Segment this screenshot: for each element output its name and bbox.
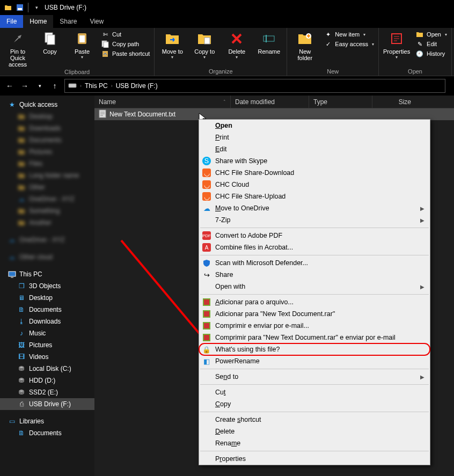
ctx-rar-addname[interactable]: Adicionar para "New Text Document.rar": [199, 308, 430, 320]
ctx-acrobat[interactable]: ACombine files in Acrobat...: [199, 241, 430, 253]
address-bar[interactable]: › This PC › USB Drive (F:): [64, 79, 445, 93]
ctx-chc-dl[interactable]: ◡CHC File Share-Download: [199, 167, 430, 179]
sidebar-item-hdd[interactable]: ⛃HDD (D:): [0, 375, 94, 386]
tab-view[interactable]: View: [83, 15, 110, 28]
tab-home[interactable]: Home: [23, 15, 53, 28]
ctx-delete[interactable]: Delete: [199, 426, 430, 437]
svg-rect-3: [47, 35, 55, 45]
pin-icon: [9, 30, 26, 47]
copy-to-button[interactable]: Copy to▾: [191, 30, 218, 60]
tab-share[interactable]: Share: [53, 15, 83, 28]
paste-icon: [74, 30, 91, 47]
sidebar-item-blurred[interactable]: ☁OneDrive - XYZ: [0, 193, 94, 205]
ctx-rar-email[interactable]: Comprimir e enviar por e-mail...: [199, 320, 430, 332]
history-icon: 🕘: [415, 49, 424, 58]
sidebar-item-localdisk[interactable]: ⛃Local Disk (C:): [0, 363, 94, 375]
new-item-button[interactable]: ✦New item: [324, 30, 374, 39]
ctx-onedrive[interactable]: ☁Move to OneDrive▶: [199, 202, 430, 214]
sidebar-item-blurred[interactable]: ☁Other cloud: [0, 251, 94, 263]
sidebar-item-ssd2[interactable]: ⛃SSD2 (E:): [0, 386, 94, 398]
svg-rect-27: [9, 272, 16, 276]
sidebar-item-downloads[interactable]: ⭳Downloads: [0, 316, 94, 327]
col-size[interactable]: Size: [372, 96, 415, 108]
ctx-rar-emailname[interactable]: Comprimir para "New Text Document.rar" e…: [199, 332, 430, 343]
rename-button[interactable]: Rename: [255, 30, 282, 55]
sidebar-quick-access[interactable]: ★Quick access: [0, 99, 94, 111]
ctx-sendto[interactable]: Send to▶: [199, 371, 430, 383]
ctx-share[interactable]: ↪Share: [199, 269, 430, 281]
ctx-powerrename[interactable]: ◧PowerRename: [199, 355, 430, 367]
ctx-copy[interactable]: Copy: [199, 398, 430, 410]
paste-button[interactable]: Paste ▾: [69, 30, 96, 60]
submenu-arrow-icon: ▶: [420, 217, 424, 223]
edit-button[interactable]: ✎Edit: [415, 40, 447, 48]
sidebar-item-blurred[interactable]: Desktop: [0, 111, 94, 122]
ctx-create-shortcut[interactable]: Create shortcut: [199, 414, 430, 426]
sidebar-item-pictures[interactable]: 🖼Pictures: [0, 339, 94, 351]
ctx-openwith[interactable]: Open with▶: [199, 281, 430, 292]
sidebar-item-blurred[interactable]: Long folder name: [0, 170, 94, 181]
forward-button[interactable]: →: [19, 82, 30, 90]
sidebar-libraries[interactable]: ▭Libraries: [0, 415, 94, 427]
ctx-rar-add[interactable]: Adicionar para o arquivo...: [199, 296, 430, 308]
sidebar-item-desktop[interactable]: 🖥Desktop: [0, 292, 94, 304]
ctx-rename[interactable]: Rename: [199, 437, 430, 449]
svg-rect-8: [102, 51, 108, 57]
file-row[interactable]: New Text Document.txt: [94, 108, 454, 120]
save-icon[interactable]: [16, 3, 24, 12]
new-folder-button[interactable]: New folder: [291, 30, 318, 61]
dropdown-icon[interactable]: ▾: [32, 3, 41, 12]
col-name[interactable]: Name˄: [94, 96, 231, 108]
open-button[interactable]: Open: [415, 30, 447, 39]
ctx-chc-up[interactable]: ◡CHC File Share-Upload: [199, 191, 430, 202]
sidebar-this-pc[interactable]: This PC: [0, 268, 94, 280]
ctx-edit[interactable]: Edit: [199, 143, 430, 155]
move-to-button[interactable]: Move to▾: [159, 30, 186, 60]
paste-shortcut-button[interactable]: Paste shortcut: [101, 49, 150, 58]
sidebar-item-videos[interactable]: 🎞Videos: [0, 351, 94, 363]
ctx-7zip[interactable]: 7-Zip▶: [199, 214, 430, 226]
back-button[interactable]: ←: [4, 82, 15, 90]
sidebar[interactable]: ★Quick access Desktop Downloads Document…: [0, 96, 94, 476]
sidebar-item-blurred[interactable]: Other: [0, 181, 94, 193]
delete-button[interactable]: Delete▾: [223, 30, 250, 60]
sidebar-item-3dobjects[interactable]: ❒3D Objects: [0, 280, 94, 292]
ctx-cut[interactable]: Cut: [199, 386, 430, 398]
ctx-adobe[interactable]: PDFConvert to Adobe PDF: [199, 230, 430, 241]
col-type[interactable]: Type: [309, 96, 372, 108]
crumb-leaf[interactable]: USB Drive (F:): [116, 82, 158, 90]
sidebar-item-blurred[interactable]: Another: [0, 217, 94, 229]
ctx-properties[interactable]: Properties: [199, 453, 430, 465]
ctx-defender[interactable]: Scan with Microsoft Defender...: [199, 257, 430, 269]
desktop-icon: 🖥: [17, 294, 26, 302]
sidebar-item-usbdrive[interactable]: ⎙USB Drive (F:): [0, 398, 94, 410]
sidebar-item-music[interactable]: ♪Music: [0, 327, 94, 339]
up-button[interactable]: ↑: [49, 82, 60, 90]
sidebar-item-blurred[interactable]: Something: [0, 205, 94, 217]
ctx-print[interactable]: Print: [199, 131, 430, 143]
ctx-skype[interactable]: SShare with Skype: [199, 155, 430, 167]
ctx-whats-using[interactable]: 🔒What's using this file?: [199, 343, 430, 355]
ctx-open[interactable]: Open: [199, 120, 430, 131]
pin-to-quick-access-button[interactable]: Pin to Quick access: [4, 30, 31, 68]
recent-dropdown-icon[interactable]: ▾: [34, 83, 45, 89]
properties-button[interactable]: Properties▾: [383, 30, 410, 60]
tab-file[interactable]: File: [0, 15, 23, 28]
cut-button[interactable]: ✄Cut: [101, 30, 150, 39]
col-date[interactable]: Date modified: [231, 96, 309, 108]
sidebar-item-blurred[interactable]: Files: [0, 158, 94, 170]
sidebar-lib-documents[interactable]: 🗎Documents: [0, 427, 94, 439]
crumb-root[interactable]: This PC: [85, 82, 108, 90]
copy-button[interactable]: Copy: [36, 30, 63, 55]
history-button[interactable]: 🕘History: [415, 49, 447, 58]
sidebar-item-blurred[interactable]: ☁OneDrive - XYZ: [0, 234, 94, 246]
ctx-chc-cloud[interactable]: ◡CHC Cloud: [199, 179, 430, 191]
sidebar-item-blurred[interactable]: Downloads: [0, 122, 94, 134]
sidebar-item-blurred[interactable]: Documents: [0, 134, 94, 146]
sidebar-item-blurred[interactable]: Pictures: [0, 146, 94, 158]
svg-rect-5: [79, 35, 85, 42]
sidebar-item-documents[interactable]: 🗎Documents: [0, 304, 94, 316]
easy-access-button[interactable]: ✓Easy access: [324, 40, 374, 48]
copy-path-button[interactable]: Copy path: [101, 40, 150, 48]
ctx-separator: [200, 228, 429, 228]
